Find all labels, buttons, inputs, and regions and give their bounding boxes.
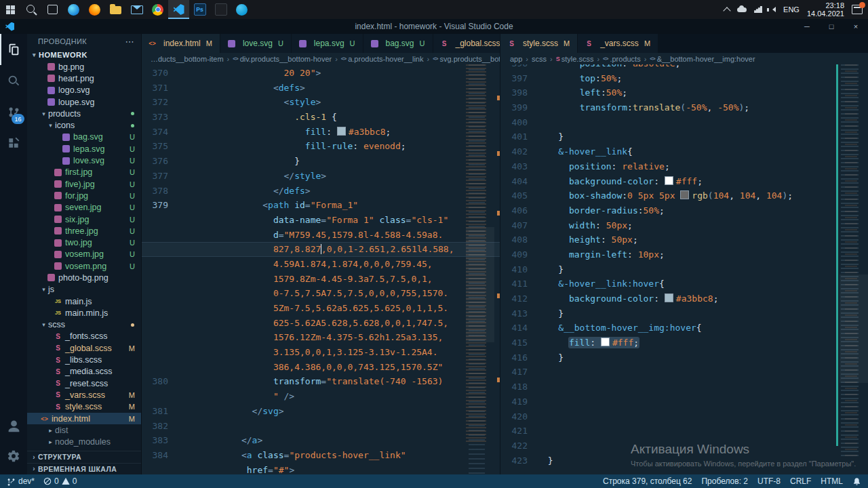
minimap[interactable] [840,64,868,474]
tree-item-for.jpg[interactable]: for.jpgU [27,190,141,201]
sidebar-section-ВРЕМЕННАЯ ШКАЛА[interactable]: ›ВРЕМЕННАЯ ШКАЛА [27,463,141,475]
vscode-taskbar-button[interactable] [168,0,189,19]
tree-item-logo.svg[interactable]: logo.svg [27,85,141,96]
account-icon[interactable] [0,409,27,441]
tree-item-heart.png[interactable]: heart.png [27,73,141,84]
tree-item-six.jpg[interactable]: six.jpgU [27,214,141,225]
settings-gear-icon[interactable] [0,441,27,472]
tree-item-love.svg[interactable]: love.svgU [27,155,141,166]
source-control-icon[interactable]: 16 [0,96,27,127]
task-view-taskbar-button[interactable] [42,0,63,19]
chrome-taskbar-button[interactable] [147,0,168,19]
tree-folder-scss[interactable]: ▾scss [27,319,141,331]
git-branch-item[interactable]: dev* [7,476,35,486]
tree-item-first.jpg[interactable]: first.jpgU [27,167,141,178]
tree-item-_vars.scss[interactable]: _vars.scssM [27,389,141,401]
search-icon[interactable] [0,65,27,96]
cloud-icon[interactable] [737,7,747,12]
tree-folder-icons[interactable]: ▾icons [27,119,141,131]
svg-file-icon [62,145,70,152]
tree-item-loupe.svg[interactable]: loupe.svg [27,96,141,108]
git-status-badge: U [130,157,141,165]
extensions-icon[interactable] [0,127,27,159]
tree-item-_media.scss[interactable]: _media.scss [27,366,141,378]
skype-taskbar-button[interactable] [231,0,252,19]
breadcrumb-item[interactable]: <>&__bottom-hover__img:hover [650,55,755,63]
start-taskbar-button[interactable] [0,0,21,19]
tree-folder-products[interactable]: ▾products [27,108,141,119]
workspace-root-row[interactable]: ▾ HOMEWORK [27,49,141,61]
scroll-decoration [836,64,838,446]
tree-item-seven.jpg[interactable]: seven.jpgU [27,202,141,214]
tab-style.scss[interactable]: style.scssM [500,34,578,53]
explorer-icon[interactable] [0,34,27,65]
clock[interactable]: 23:18 14.04.2021 [807,1,844,18]
breadcrumb-item[interactable]: scss [532,55,547,63]
tab-lepa.svg[interactable]: lepa.svgU [292,34,363,53]
scss-file-icon [54,403,62,411]
tree-item-_reset.scss[interactable]: _reset.scss [27,378,141,389]
maximize-button[interactable]: □ [819,19,844,34]
minimize-button[interactable]: ─ [795,19,819,34]
tree-item-bg.png[interactable]: bg.png [27,61,141,73]
status-item[interactable]: CRLF [790,476,811,486]
breadcrumb-item[interactable]: <>svg.products__bottom-hover__img [433,55,500,63]
code-line: 383 </a> [141,433,500,448]
tree-item-bag.svg[interactable]: bag.svgU [27,131,141,143]
tree-item-two.jpg[interactable]: two.jpgU [27,237,141,248]
action-center-icon[interactable] [852,5,863,14]
status-item[interactable]: UTF-8 [757,476,781,486]
sidebar-section-СТРУКТУРА[interactable]: ›СТРУКТУРА [27,451,141,463]
tab-love.svg[interactable]: love.svgU [220,34,292,53]
breadcrumb-item[interactable]: app [510,55,522,63]
breadcrumb-item[interactable]: <>.products [603,55,641,63]
search-taskbar-button[interactable] [21,0,42,19]
tab-index.html[interactable]: index.htmlM [141,34,220,53]
photoshop-taskbar-button[interactable] [189,0,210,19]
firefox-taskbar-button[interactable] [84,0,105,19]
editor-right[interactable]: 396 position: absolute;397 top:50%;398 l… [500,64,868,474]
tree-item-label: _libs.scss [65,355,102,365]
tree-item-main.js[interactable]: main.js [27,296,141,307]
tree-item-_libs.scss[interactable]: _libs.scss [27,354,141,365]
tab-bag.svg[interactable]: bag.svgU [363,34,433,53]
status-item[interactable]: Пробелов: 2 [701,476,748,486]
edge-taskbar-button[interactable] [63,0,84,19]
tree-folder-node_modules[interactable]: ▸node_modules [27,436,141,448]
network-icon[interactable] [754,6,762,13]
volume-icon[interactable] [770,7,776,12]
tree-item-_fonts.scss[interactable]: _fonts.scss [27,331,141,342]
status-item[interactable]: Строка 379, столбец 62 [603,476,692,486]
tree-item-lepa.svg[interactable]: lepa.svgU [27,143,141,155]
terminal-taskbar-button[interactable] [210,0,231,19]
explorer-taskbar-button[interactable] [105,0,126,19]
tree-item-vosem.jpg[interactable]: vosem.jpgU [27,249,141,260]
tab-_vars.scss[interactable]: _vars.scssM [578,34,658,53]
mail-taskbar-button[interactable] [126,0,147,19]
tray-chevron-up-icon[interactable] [723,7,730,14]
tree-item-label: _global.scss [65,344,112,353]
tree-item-_global.scss[interactable]: _global.scssM [27,342,141,354]
tree-item-index.html[interactable]: index.htmlM [27,413,141,424]
folder-status-dot [131,112,134,115]
tree-item-main.min.js[interactable]: main.min.js [27,307,141,319]
tree-item-photo-bg.png[interactable]: photo-bg.png [27,272,141,283]
breadcrumb-item[interactable]: …ducts__bottom-item [151,55,224,63]
editor-left[interactable]: 370 20 20">371 <defs>372 <style>373 .cls… [141,64,500,474]
breadcrumb-item[interactable]: <>a.products-hover__link [341,55,424,63]
tree-item-style.scss[interactable]: style.scssM [27,401,141,413]
more-actions-icon[interactable]: ⋯ [125,37,134,47]
close-button[interactable]: × [844,19,868,34]
bell-icon[interactable] [852,477,861,486]
status-item[interactable]: HTML [821,476,843,486]
breadcrumb-item[interactable]: Sstyle.scss [556,55,594,63]
breadcrumb-item[interactable]: <>div.products__bottom-hover [233,55,332,63]
keyboard-language[interactable]: ENG [783,5,800,14]
tree-folder-js[interactable]: ▾js [27,284,141,296]
tree-item-vosem.png[interactable]: vosem.pngU [27,260,141,272]
minimap[interactable] [466,64,494,474]
tree-folder-dist[interactable]: ▸dist [27,424,141,436]
problems-item[interactable]: 0 0 [43,476,77,486]
tree-item-five).jpg[interactable]: five).jpgU [27,178,141,190]
tree-item-three.jpg[interactable]: three.jpgU [27,225,141,237]
